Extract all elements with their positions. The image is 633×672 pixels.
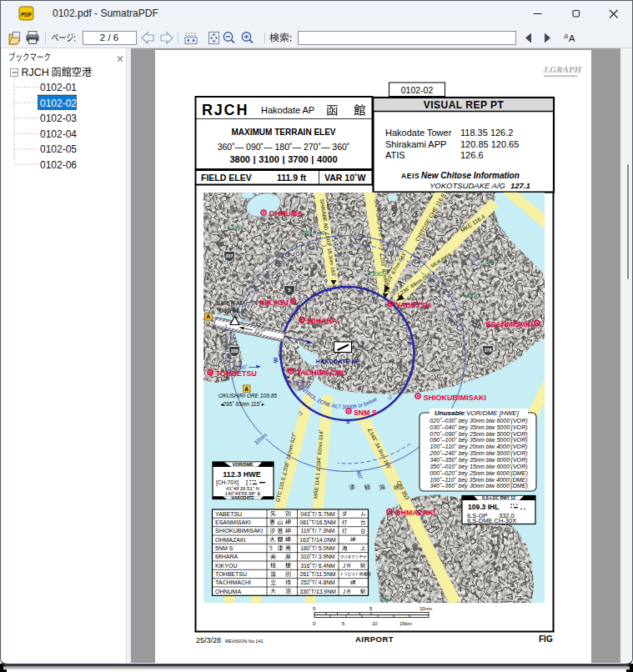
svg-text:118.35 126.2: 118.35 126.2 xyxy=(460,128,513,138)
svg-text:ESANMISAKI: ESANMISAKI xyxy=(215,519,251,525)
svg-text:FIG: FIG xyxy=(539,634,553,644)
svg-text:Hakodate AP: Hakodate AP xyxy=(261,105,314,115)
svg-text:2280: 2280 xyxy=(485,258,497,264)
svg-text:HAKODATE AP: HAKODATE AP xyxy=(316,359,360,364)
svg-text:0102-06: 0102-06 xyxy=(40,159,77,171)
svg-text:180˚T/ 5.0NM: 180˚T/ 5.0NM xyxy=(300,545,335,551)
svg-text:2254: 2254 xyxy=(231,225,244,231)
svg-text:252˚T/ 4.8NM: 252˚T/ 4.8NM xyxy=(300,579,335,585)
svg-text:TACHIMACHI: TACHIMACHI xyxy=(215,579,251,585)
svg-text:316˚T/ 6.4NM: 316˚T/ 6.4NM xyxy=(300,563,335,569)
svg-text:SHIOKUBIMISAKI: SHIOKUBIMISAKI xyxy=(215,529,263,534)
svg-text:3851: 3851 xyxy=(301,230,314,236)
svg-text:VISUAL REP PT: VISUAL REP PT xyxy=(424,99,505,111)
svg-text:228: 228 xyxy=(231,349,239,354)
svg-text:2082: 2082 xyxy=(372,271,384,277)
svg-text:ESANMISAKI: ESANMISAKI xyxy=(485,320,533,328)
svg-text:41˚46ʼ26.51″ N: 41˚46ʼ26.51″ N xyxy=(226,486,259,491)
svg-text:YABETSU: YABETSU xyxy=(396,301,431,309)
svg-text:OKUSHIRI ORE 109.85: OKUSHIRI ORE 109.85 xyxy=(219,393,277,399)
svg-text:YABETSU: YABETSU xyxy=(215,511,242,517)
svg-text:OHNUMA: OHNUMA xyxy=(269,209,304,218)
svg-text:AEIS: AEIS xyxy=(401,172,419,180)
svg-text:A: A xyxy=(569,33,575,43)
svg-text:REVISION No.141: REVISION No.141 xyxy=(225,639,264,644)
svg-text:D8.9 IHL: D8.9 IHL xyxy=(219,308,241,313)
svg-text:340˚–350˚ bey 35nm blw 6000'(: 340˚–350˚ bey 35nm blw 6000'(VOR) xyxy=(430,457,527,464)
svg-text:0102-01: 0102-01 xyxy=(40,82,77,93)
svg-text:330˚T/13.9NM: 330˚T/13.9NM xyxy=(299,589,336,594)
svg-text:261˚T/11.5NM: 261˚T/11.5NM xyxy=(300,571,336,577)
svg-text:100˚–110˚ bey 35nm blw 4000'(: 100˚–110˚ bey 35nm blw 4000'(DME) xyxy=(430,477,527,484)
svg-text:SHIOKUBIMISAKI: SHIOKUBIMISAKI xyxy=(424,394,487,402)
svg-text:2 / 6: 2 / 6 xyxy=(100,33,118,43)
svg-text:J R: J R xyxy=(343,589,351,594)
svg-text:KIKYOU: KIKYOU xyxy=(259,298,289,307)
svg-text:000˚–020˚ bey 25nm blw 6000'(: 000˚–020˚ bey 25nm blw 6000'(DME) xyxy=(430,470,528,477)
svg-text:OHMAZAKI: OHMAZAKI xyxy=(215,537,246,543)
svg-text:360˚— 090˚— 180˚— 270˚— 36: 360˚— 090˚— 180˚— 270˚— 360˚ xyxy=(218,142,350,152)
svg-text:0102-04: 0102-04 xyxy=(40,128,77,140)
svg-text:◂295˚ 65nm 115˚▸: ◂295˚ 65nm 115˚▸ xyxy=(220,401,264,407)
svg-text:FIELD ELEV: FIELD ELEV xyxy=(201,173,252,183)
svg-text:120.85 120.65: 120.85 120.65 xyxy=(460,139,519,149)
svg-text:MIHARA: MIHARA xyxy=(215,554,239,559)
svg-text:278: 278 xyxy=(485,348,492,353)
svg-text:0: 0 xyxy=(313,621,316,626)
svg-text:[CH-70X]: [CH-70X] xyxy=(216,479,239,486)
svg-text:E: E xyxy=(407,342,413,346)
svg-text:0102-03: 0102-03 xyxy=(40,113,77,124)
svg-text:340˚–360˚ bey 30nm blw 6000'(D: 340˚–360˚ bey 30nm blw 6000'(DME) xyxy=(430,484,528,490)
svg-text:OHNUMA: OHNUMA xyxy=(215,589,241,594)
svg-text:HAKODATE: HAKODATE xyxy=(232,496,255,500)
svg-text:127.1: 127.1 xyxy=(510,181,530,190)
svg-text:Unusable: Unusable xyxy=(435,409,465,417)
svg-text:[HWE]: [HWE] xyxy=(354,346,369,351)
svg-text:030˚–040˚ bey 35nm blw 5000'(V: 030˚–040˚ bey 35nm blw 5000'(VOR) xyxy=(430,424,527,431)
svg-text:112.3 HWE: 112.3 HWE xyxy=(223,470,261,479)
svg-text:OHMAZAKI: OHMAZAKI xyxy=(395,509,436,517)
svg-text:Hakodate Tower: Hakodate Tower xyxy=(385,128,452,138)
svg-text:1370: 1370 xyxy=(467,293,480,298)
svg-text:a: a xyxy=(564,32,568,40)
svg-text:MIHARA: MIHARA xyxy=(308,317,338,325)
svg-text:New Chitose Information: New Chitose Information xyxy=(421,171,520,180)
svg-text:090˚–100˚ bey 35nm blw 5000'(V: 090˚–100˚ bey 35nm blw 5000'(VOR) xyxy=(430,438,527,444)
svg-text:Shirakami APP: Shirakami APP xyxy=(385,139,446,149)
svg-text:126.6: 126.6 xyxy=(460,150,484,160)
svg-text:N: N xyxy=(327,286,332,293)
svg-text:1847: 1847 xyxy=(380,597,393,603)
svg-text:J.GRAPH: J.GRAPH xyxy=(542,64,582,74)
svg-text:ILS-DME CH-30X: ILS-DME CH-30X xyxy=(467,517,516,524)
svg-text:0102-02: 0102-02 xyxy=(40,98,77,109)
svg-text:350˚–010˚ bey 15nm blw 6000'(: 350˚–010˚ bey 15nm blw 6000'(VOR) xyxy=(430,464,527,470)
svg-text::VOR/DME [HWE]: :VOR/DME [HWE] xyxy=(465,409,520,417)
svg-text:ATIS: ATIS xyxy=(385,150,405,160)
svg-text:W: W xyxy=(273,358,279,364)
svg-text:100˚–110˚ bey 20nm blw 4000'(V: 100˚–110˚ bey 20nm blw 4000'(VOR) xyxy=(430,444,528,450)
svg-text:VAR 10˚W: VAR 10˚W xyxy=(324,173,365,183)
svg-text:0102-05: 0102-05 xyxy=(40,143,77,155)
svg-text:5NM S: 5NM S xyxy=(215,545,234,551)
svg-text:ISARI (FAF): ISARI (FAF) xyxy=(215,300,245,307)
svg-text:0102-02: 0102-02 xyxy=(401,85,434,95)
svg-text:A: A xyxy=(206,314,210,320)
svg-text:081˚T/16.5NM: 081˚T/16.5NM xyxy=(299,519,336,525)
svg-text:KIKYOU: KIKYOU xyxy=(215,563,237,569)
svg-text:TACHIMACHI: TACHIMACHI xyxy=(297,369,344,377)
svg-text:020˚–030˚ bey 30nm blw 6000'(V: 020˚–030˚ bey 30nm blw 6000'(VOR) xyxy=(430,418,527,424)
svg-text:163˚T/14.0NM: 163˚T/14.0NM xyxy=(299,537,336,543)
svg-text:0: 0 xyxy=(313,606,316,611)
svg-text:5: 5 xyxy=(342,621,345,626)
svg-text:227: 227 xyxy=(226,253,234,258)
svg-text:MAXIMUM TERRAIN ELEV: MAXIMUM TERRAIN ELEV xyxy=(232,128,336,137)
svg-text:043˚T/ 5.7NM: 043˚T/ 5.7NM xyxy=(300,511,335,517)
svg-text:5: 5 xyxy=(369,606,373,611)
svg-text:25/3/28: 25/3/28 xyxy=(196,636,221,644)
svg-text:ILS-LOC RWY 12: ILS-LOC RWY 12 xyxy=(482,496,515,501)
svg-text:YOKOTSUDAKE A/G: YOKOTSUDAKE A/G xyxy=(430,181,505,190)
svg-text:5NM S: 5NM S xyxy=(354,409,378,417)
svg-text:200˚–240˚ bey 35nm blw 5000'(V: 200˚–240˚ bey 35nm blw 5000'(VOR) xyxy=(429,450,527,457)
svg-text:RJCH: RJCH xyxy=(202,102,249,118)
svg-text:AIRPORT: AIRPORT xyxy=(355,634,394,644)
